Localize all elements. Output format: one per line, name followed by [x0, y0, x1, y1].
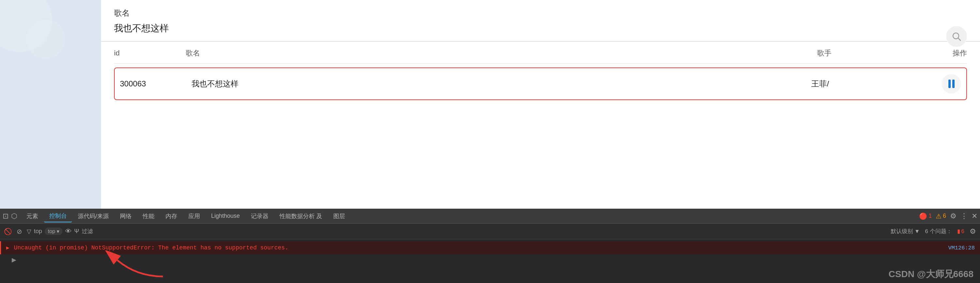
tab-memory[interactable]: 内存 — [160, 210, 183, 222]
col-header-artist: 歌手 — [817, 48, 915, 58]
col-header-action: 操作 — [915, 48, 967, 58]
tab-performance[interactable]: 性能 — [137, 210, 160, 222]
col-header-id: id — [114, 49, 186, 58]
warning-count: 6 — [943, 213, 946, 219]
eye-icon[interactable]: 👁 — [65, 227, 72, 235]
svg-line-1 — [958, 38, 961, 40]
top-label: top — [48, 229, 55, 234]
issues-count: ▮ 6 — [957, 228, 964, 235]
default-level[interactable]: 默认级别 ▼ — [891, 227, 920, 235]
tab-perf-insights[interactable]: 性能数据分析 及 — [274, 210, 328, 222]
left-panel — [0, 0, 101, 209]
devtools-toolbar: 🚫 ⊘ ▽ top top ▾ 👁 Ψ 过滤 默认级别 ▼ 6 个问题： ▮ 6… — [0, 224, 980, 239]
console-error-row: ▶ Uncaught (in promise) NotSupportedErro… — [0, 241, 980, 254]
main-content: 歌名 我也不想这样 id 歌名 歌手 操作 300063 — [0, 0, 980, 209]
play-pause-button[interactable] — [942, 74, 961, 94]
pause-bar-left — [948, 80, 951, 88]
warning-badge: ⚠ 6 — [936, 212, 946, 220]
devtools-panel: ⊡ ⬡ 元素 控制台 源代码/来源 网络 性能 内存 应用 Lighthouse… — [0, 209, 980, 283]
tab-console[interactable]: 控制台 — [44, 210, 72, 222]
devtools-right-controls: 🔴 1 ⚠ 6 ⚙ ⋮ ✕ — [919, 212, 977, 221]
col-header-name: 歌名 — [186, 48, 817, 58]
song-label: 歌名 — [101, 0, 980, 21]
cell-artist: 王菲/ — [811, 78, 909, 89]
expand-icon[interactable]: ▶ — [12, 257, 16, 263]
block-icon[interactable]: ⊘ — [17, 227, 22, 235]
filter-icon[interactable]: ▽ — [27, 228, 31, 235]
cell-action — [909, 74, 961, 94]
filter-text-icon[interactable]: Ψ — [74, 228, 79, 235]
error-icon: 🔴 — [919, 212, 927, 220]
cell-id: 300063 — [120, 79, 192, 88]
search-button[interactable] — [946, 26, 967, 47]
search-icon-area — [946, 26, 967, 47]
top-dropdown[interactable]: top ▾ — [45, 227, 62, 235]
error-badge: 🔴 1 — [919, 212, 932, 220]
close-devtools-icon[interactable]: ✕ — [972, 212, 977, 221]
settings-icon[interactable]: ⚙ — [950, 212, 956, 221]
search-icon — [951, 31, 962, 42]
tab-elements[interactable]: 元素 — [21, 210, 43, 222]
issues-number: 6 — [961, 228, 964, 235]
tab-lighthouse[interactable]: Lighthouse — [206, 211, 245, 221]
devtools-device-icon[interactable]: ⬡ — [11, 212, 17, 221]
table-row: 300063 我也不想这样 王菲/ — [114, 67, 967, 100]
devtools-console: ▶ Uncaught (in promise) NotSupportedErro… — [0, 239, 980, 283]
more-options-icon[interactable]: ⋮ — [961, 212, 967, 221]
devtools-inspect-icon[interactable]: ⊡ — [3, 212, 8, 221]
csdn-watermark: CSDN @大师兄6668 — [888, 268, 974, 280]
tab-sources[interactable]: 源代码/来源 — [73, 210, 114, 222]
issues-label: 6 个问题： — [925, 227, 951, 235]
filter-label: top — [34, 228, 42, 235]
song-value: 我也不想这样 — [101, 21, 980, 41]
tab-application[interactable]: 应用 — [183, 210, 205, 222]
right-panel: 歌名 我也不想这样 id 歌名 歌手 操作 300063 — [101, 0, 980, 209]
pause-icon — [948, 80, 955, 88]
tab-network[interactable]: 网络 — [115, 210, 137, 222]
error-expand-icon[interactable]: ▶ — [6, 245, 10, 251]
tab-recorder[interactable]: 记录器 — [246, 210, 274, 222]
console-expand-row: ▶ — [0, 254, 980, 265]
table-area: id 歌名 歌手 操作 300063 我也不想这样 王菲/ — [101, 42, 980, 209]
table-header: id 歌名 歌手 操作 — [114, 42, 967, 64]
cell-name: 我也不想这样 — [192, 78, 811, 89]
console-error-message: Uncaught (in promise) NotSupportedError:… — [14, 245, 289, 251]
pause-bar-right — [952, 80, 955, 88]
devtools-tabs: ⊡ ⬡ 元素 控制台 源代码/来源 网络 性能 内存 应用 Lighthouse… — [0, 209, 980, 224]
clear-console-icon[interactable]: 🚫 — [4, 227, 12, 235]
tab-layers[interactable]: 图层 — [328, 210, 350, 222]
devtools-right-bar: 默认级别 ▼ 6 个问题： ▮ 6 ⚙ — [891, 227, 976, 236]
filter-label-text: 过滤 — [82, 227, 93, 235]
warning-icon: ⚠ — [936, 212, 942, 220]
error-count: 1 — [929, 213, 932, 219]
console-settings-icon[interactable]: ⚙ — [970, 227, 976, 236]
filter-area: ▽ top top ▾ 👁 Ψ 过滤 — [27, 227, 886, 235]
issues-bar-icon: ▮ — [957, 228, 960, 235]
console-error-link[interactable]: VM126:28 — [948, 245, 975, 251]
